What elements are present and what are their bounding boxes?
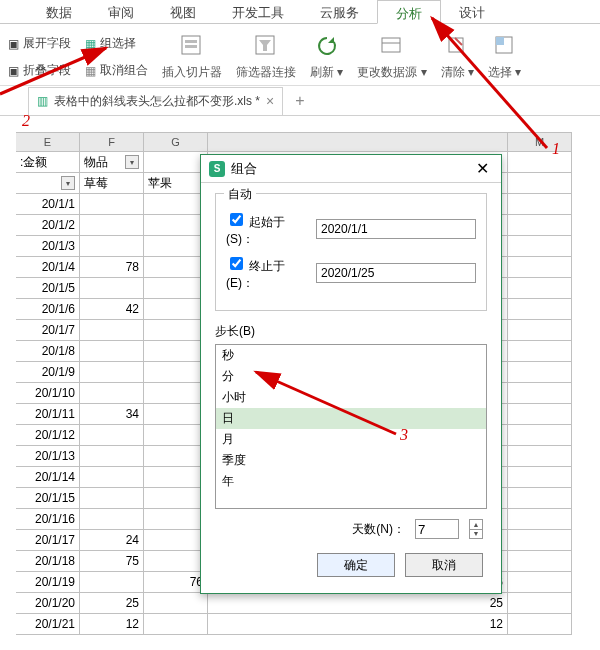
cell[interactable]: 20/1/5	[16, 278, 80, 299]
cell[interactable]: 20/1/6	[16, 299, 80, 320]
step-option[interactable]: 月	[216, 429, 486, 450]
cell[interactable]	[80, 383, 144, 404]
step-option[interactable]: 季度	[216, 450, 486, 471]
cell[interactable]	[508, 530, 572, 551]
cell[interactable]	[144, 488, 208, 509]
cell[interactable]	[144, 425, 208, 446]
tab-开发工具[interactable]: 开发工具	[214, 0, 302, 23]
dialog-titlebar[interactable]: S组合 ✕	[201, 155, 501, 183]
cell[interactable]	[508, 341, 572, 362]
cell[interactable]: 20/1/7	[16, 320, 80, 341]
cell[interactable]: 20/1/12	[16, 425, 80, 446]
cell[interactable]	[508, 509, 572, 530]
step-listbox[interactable]: 秒分小时日月季度年	[215, 344, 487, 509]
clear[interactable]: 清除 ▾	[441, 31, 474, 81]
cell[interactable]	[80, 572, 144, 593]
cell[interactable]	[144, 614, 208, 635]
cell[interactable]: 20/1/16	[16, 509, 80, 530]
cell[interactable]: 20/1/9	[16, 362, 80, 383]
cell[interactable]	[508, 425, 572, 446]
cell[interactable]	[508, 383, 572, 404]
step-option[interactable]: 秒	[216, 345, 486, 366]
cell[interactable]	[144, 341, 208, 362]
cell[interactable]	[508, 593, 572, 614]
cell[interactable]: 20/1/2	[16, 215, 80, 236]
cell[interactable]	[80, 446, 144, 467]
cell[interactable]: 20/1/8	[16, 341, 80, 362]
cell[interactable]: 20/1/19	[16, 572, 80, 593]
cell[interactable]: 20/1/3	[16, 236, 80, 257]
cell[interactable]	[144, 551, 208, 572]
cell[interactable]: 20/1/21	[16, 614, 80, 635]
dropdown-icon[interactable]: ▾	[61, 176, 75, 190]
cell[interactable]: 20/1/1	[16, 194, 80, 215]
new-tab-button[interactable]: +	[289, 92, 310, 110]
step-option[interactable]: 小时	[216, 387, 486, 408]
cell[interactable]: 12	[80, 614, 144, 635]
group-selection[interactable]: ▦组选择	[85, 35, 136, 52]
cell[interactable]	[508, 404, 572, 425]
cell[interactable]	[144, 215, 208, 236]
cell[interactable]: 20/1/20	[16, 593, 80, 614]
tab-视图[interactable]: 视图	[152, 0, 214, 23]
cell[interactable]	[508, 614, 572, 635]
collapse-field[interactable]: ▣折叠字段	[8, 62, 71, 79]
cell[interactable]	[80, 509, 144, 530]
cell[interactable]	[508, 572, 572, 593]
cell[interactable]: 20/1/17	[16, 530, 80, 551]
ungroup[interactable]: ▦取消组合	[85, 62, 148, 79]
cell[interactable]: 20/1/15	[16, 488, 80, 509]
start-date-input[interactable]	[316, 219, 476, 239]
cell[interactable]	[144, 194, 208, 215]
cell[interactable]	[508, 362, 572, 383]
cell[interactable]	[144, 299, 208, 320]
cell[interactable]: 20/1/13	[16, 446, 80, 467]
spin-up-icon[interactable]: ▲	[470, 520, 482, 530]
cell[interactable]	[508, 551, 572, 572]
tab-云服务[interactable]: 云服务	[302, 0, 377, 23]
cell[interactable]: 12	[208, 614, 508, 635]
close-icon[interactable]: ×	[266, 96, 274, 106]
cell[interactable]	[508, 194, 572, 215]
tab-审阅[interactable]: 审阅	[90, 0, 152, 23]
cell[interactable]: 75	[80, 551, 144, 572]
col-header-m[interactable]: M	[508, 132, 572, 152]
cell[interactable]	[144, 236, 208, 257]
start-checkbox[interactable]: 起始于(S)：	[226, 210, 306, 248]
step-option[interactable]: 分	[216, 366, 486, 387]
cell[interactable]	[144, 509, 208, 530]
col-header-e[interactable]: E	[16, 132, 80, 152]
cell[interactable]	[144, 362, 208, 383]
cell[interactable]	[144, 446, 208, 467]
cell[interactable]: 34	[80, 404, 144, 425]
cell[interactable]	[80, 425, 144, 446]
cell[interactable]	[508, 320, 572, 341]
cell[interactable]: 78	[80, 257, 144, 278]
cell[interactable]: 42	[80, 299, 144, 320]
filter-connection[interactable]: 筛选器连接	[236, 31, 296, 81]
tab-设计[interactable]: 设计	[441, 0, 503, 23]
cancel-button[interactable]: 取消	[405, 553, 483, 577]
cell[interactable]	[80, 194, 144, 215]
cell[interactable]	[80, 467, 144, 488]
tab-数据[interactable]: 数据	[28, 0, 90, 23]
spin-down-icon[interactable]: ▼	[470, 530, 482, 539]
cell[interactable]	[144, 278, 208, 299]
insert-slicer[interactable]: 插入切片器	[162, 31, 222, 81]
refresh[interactable]: 刷新 ▾	[310, 31, 343, 81]
cell[interactable]	[80, 341, 144, 362]
cell[interactable]: 20/1/11	[16, 404, 80, 425]
cell[interactable]	[508, 446, 572, 467]
dialog-close-button[interactable]: ✕	[472, 159, 493, 178]
cell[interactable]	[508, 299, 572, 320]
cell[interactable]	[508, 467, 572, 488]
cell[interactable]	[144, 530, 208, 551]
cell[interactable]	[80, 362, 144, 383]
col-header-g[interactable]: G	[144, 132, 208, 152]
cell[interactable]	[80, 215, 144, 236]
cell[interactable]: 20/1/4	[16, 257, 80, 278]
cell[interactable]: 76	[144, 572, 208, 593]
cell[interactable]: 25	[208, 593, 508, 614]
document-tab[interactable]: ▥ 表格中的斜线表头怎么拉都不变形.xls * ×	[28, 87, 283, 115]
cell[interactable]	[144, 593, 208, 614]
